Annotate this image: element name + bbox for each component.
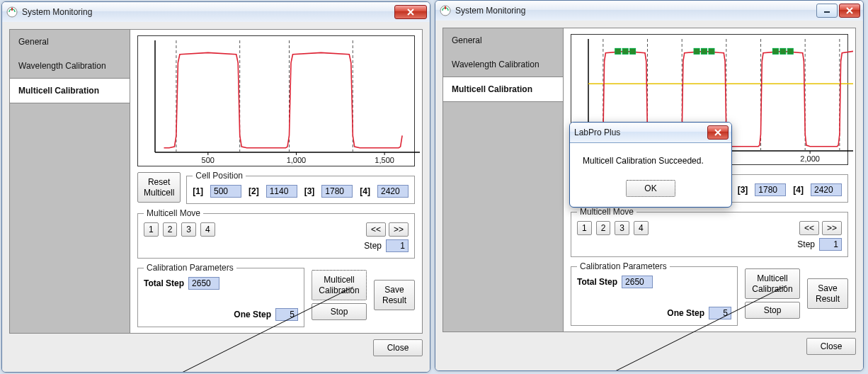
cell-index-label: [4] [793,185,804,195]
sidebar-item-multicell-calibration[interactable]: Multicell Calibration [443,76,563,102]
calibration-parameters-legend: Calibration Parameters [577,261,670,271]
one-step-label: One Step [234,310,271,319]
close-button[interactable]: Close [806,338,856,355]
multicell-move-group: Multicell Move1234<<>>Step1 [137,208,415,259]
close-button[interactable]: Close [373,339,423,356]
step-value[interactable]: 1 [819,238,842,251]
modal-body: Multicell Calibration Succeeded. [570,143,731,176]
cell-position-group: Cell Position[1]500[2]1140[3]1780[4]2420 [186,171,415,204]
svg-rect-36 [787,48,793,54]
cell-position-value[interactable]: 1780 [321,185,353,198]
modal-ok-button[interactable]: OK [626,180,675,197]
sidebar-item-general[interactable]: General [443,28,563,52]
svg-text:1,000: 1,000 [287,156,307,164]
svg-rect-30 [630,48,636,54]
svg-rect-1 [11,8,13,11]
sidebar-item-wavelength-calibration[interactable]: Wavelength Calibration [10,54,130,78]
sidebar-item-multicell-calibration[interactable]: Multicell Calibration [10,78,130,103]
multicell-calibration-button[interactable]: Multicell Calibration [745,268,800,299]
sidebar: GeneralWavelength CalibrationMulticell C… [442,28,563,332]
window-close-button[interactable] [394,5,427,19]
stop-button[interactable]: Stop [745,302,800,319]
one-step-value[interactable]: 5 [275,308,298,321]
save-result-button[interactable]: Save Result [807,278,848,309]
multicell-move-legend: Multicell Move [577,207,636,217]
modal-titlebar[interactable]: LabPro Plus [570,123,731,143]
svg-text:2,000: 2,000 [800,154,820,163]
multicell-move-group: Multicell Move1234<<>>Step1 [571,207,848,257]
client-area: GeneralWavelength CalibrationMulticell C… [2,22,430,372]
move-cell-1-button[interactable]: 1 [144,222,159,237]
move-cell-3-button[interactable]: 3 [615,221,629,235]
cell-position-value[interactable]: 1140 [266,185,297,198]
reset-multicell-button[interactable]: Reset Multicell [137,172,181,203]
step-next-button[interactable]: >> [389,222,409,237]
move-cell-4-button[interactable]: 4 [634,221,649,235]
move-cell-3-button[interactable]: 3 [181,222,196,237]
svg-text:500: 500 [202,156,215,164]
move-cell-1-button[interactable]: 1 [577,221,592,235]
total-step-value[interactable]: 2650 [188,277,219,290]
step-value[interactable]: 1 [386,239,409,252]
calibration-chart: 5001,0001,500 [137,35,415,166]
total-step-label: Total Step [144,278,184,288]
svg-rect-31 [694,48,699,54]
stop-button[interactable]: Stop [312,303,367,320]
cell-index-label: [2] [249,186,259,196]
window-close-button[interactable] [839,4,860,18]
sidebar-item-general[interactable]: General [10,30,130,54]
svg-text:1,500: 1,500 [375,156,394,164]
calibration-parameters-group: Calibration ParametersTotal Step2650One … [137,263,304,327]
one-step-value[interactable]: 5 [709,307,731,319]
step-label: Step [364,241,382,251]
cell-index-label: [1] [193,186,203,196]
one-step-label: One Step [667,308,704,318]
step-label: Step [797,239,815,249]
step-prev-button[interactable]: << [366,222,386,237]
window-title: System Monitoring [455,6,525,16]
svg-rect-33 [709,48,714,54]
cell-position-value[interactable]: 2420 [377,185,409,198]
modal-title: LabPro Plus [574,128,620,137]
svg-rect-34 [772,48,778,54]
move-cell-4-button[interactable]: 4 [200,222,215,237]
svg-rect-28 [615,48,621,54]
titlebar[interactable]: System Monitoring [435,1,863,21]
modal-message: Multicell Calibration Succeeded. [583,156,719,166]
svg-rect-35 [780,48,786,54]
save-result-button[interactable]: Save Result [374,280,415,310]
modal-dialog: LabPro PlusMulticell Calibration Succeed… [569,122,732,208]
step-prev-button[interactable]: << [799,221,819,235]
total-step-value[interactable]: 2650 [622,276,653,288]
step-next-button[interactable]: >> [822,221,842,235]
svg-rect-29 [622,48,628,54]
calibration-parameters-legend: Calibration Parameters [144,263,236,273]
cell-position-value[interactable]: 2420 [811,183,842,196]
system-monitoring-window: System MonitoringGeneralWavelength Calib… [1,1,430,373]
cell-position-value[interactable]: 500 [210,185,241,198]
cell-index-label: [3] [304,186,315,196]
cell-position-legend: Cell Position [193,171,246,181]
move-cell-2-button[interactable]: 2 [163,222,178,237]
window-title: System Monitoring [22,7,92,17]
app-icon [6,6,18,18]
move-cell-2-button[interactable]: 2 [596,221,611,235]
cell-position-value[interactable]: 1780 [755,183,786,196]
svg-rect-32 [701,48,707,54]
modal-close-button[interactable] [707,125,729,140]
minimize-button[interactable] [816,4,838,18]
main-panel: 5001,0001,500Reset MulticellCell Positio… [130,29,423,334]
sidebar-item-wavelength-calibration[interactable]: Wavelength Calibration [443,52,563,76]
multicell-calibration-button[interactable]: Multicell Calibration [312,270,367,300]
total-step-label: Total Step [577,277,617,287]
app-icon [440,5,451,16]
multicell-move-legend: Multicell Move [144,208,203,218]
cell-index-label: [3] [738,185,748,195]
titlebar[interactable]: System Monitoring [2,2,430,23]
calibration-parameters-group: Calibration ParametersTotal Step2650One … [571,261,738,326]
cell-index-label: [4] [360,186,370,196]
svg-rect-16 [445,6,446,9]
sidebar: GeneralWavelength CalibrationMulticell C… [9,29,130,334]
